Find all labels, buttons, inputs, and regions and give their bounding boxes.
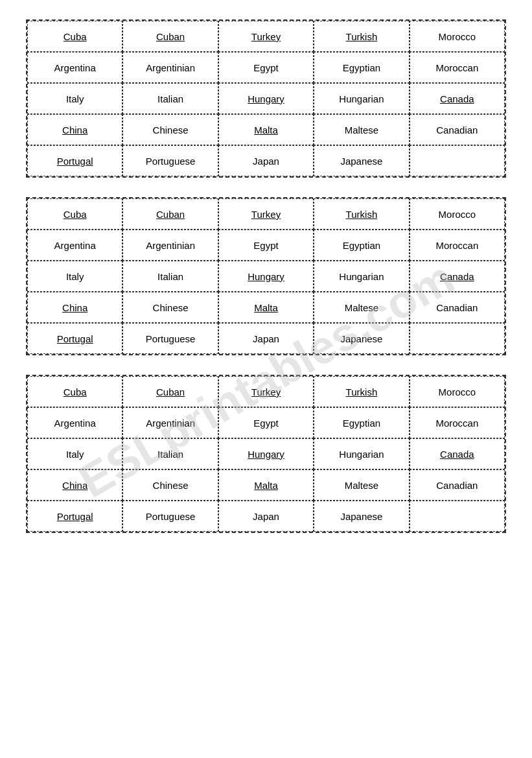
cell-text: Portugal [57, 156, 93, 167]
cell-text: Hungary [248, 271, 284, 282]
grid-cell: Canada [410, 261, 505, 292]
cell-text: Italian [157, 271, 183, 282]
grid-cell: Cuban [122, 198, 218, 230]
cell-text: Malta [254, 480, 278, 491]
cell-text: Cuba [64, 31, 87, 42]
cell-text: Japanese [340, 511, 382, 522]
grid-cell: Maltese [314, 114, 409, 145]
grid-cell: Canada [410, 83, 505, 114]
cell-text: Canada [440, 271, 474, 282]
grid-cell: Moroccan [410, 230, 505, 261]
cell-text: Turkish [346, 386, 378, 397]
cell-text: Portugal [57, 511, 93, 522]
grid-cell: China [27, 292, 122, 323]
grid-cell: Hungarian [314, 83, 409, 114]
cell-text: Italian [157, 93, 183, 104]
grid-cell: Italian [122, 261, 218, 292]
grid-cell: Turkey [218, 198, 314, 230]
cell-text: Canada [440, 449, 474, 460]
cell-text: Turkish [346, 31, 378, 42]
cell-text: Maltese [345, 480, 379, 491]
grid-cell: Malta [218, 469, 314, 501]
cell-text: Chinese [153, 480, 189, 491]
grid-cell: Japanese [314, 501, 409, 532]
cell-text: Italian [157, 449, 183, 460]
grid-row: ChinaChineseMaltaMalteseCanadian [27, 469, 505, 501]
grid-section-3: CubaCubanTurkeyTurkishMoroccoArgentinaAr… [26, 375, 506, 533]
cell-text: Cuba [64, 209, 87, 220]
cell-text: Japanese [340, 156, 382, 167]
cell-text: Argentinian [146, 418, 195, 429]
grid-cell: Italy [27, 83, 122, 114]
grid-cell [410, 145, 505, 176]
cell-text: Italy [66, 271, 84, 282]
cell-text: Argentina [54, 240, 96, 251]
grid-row: ItalyItalianHungaryHungarianCanada [27, 438, 505, 469]
grid-cell: Portugal [27, 145, 122, 176]
grid-cell: Turkey [218, 376, 314, 407]
grid-cell: Turkish [314, 21, 409, 52]
grid-cell: Cuban [122, 21, 218, 52]
cell-text: Turkey [251, 209, 281, 220]
grid-cell: Egyptian [314, 407, 409, 438]
cell-text: Chinese [153, 124, 189, 136]
grid-cell: Morocco [410, 21, 505, 52]
grid-cell: Chinese [122, 292, 218, 323]
cell-text: Maltese [345, 124, 379, 136]
grid-cell: Egypt [218, 52, 314, 83]
cell-text: Japan [253, 333, 279, 344]
grid-cell: Maltese [314, 469, 409, 501]
cell-text: Hungary [248, 93, 284, 104]
grid-cell: Egyptian [314, 52, 409, 83]
grid-cell: Canadian [410, 469, 505, 501]
grid-row: PortugalPortugueseJapanJapanese [27, 501, 505, 532]
grid-cell: Moroccan [410, 52, 505, 83]
grid-row: CubaCubanTurkeyTurkishMorocco [27, 198, 505, 230]
grid-cell: Portuguese [122, 145, 218, 176]
grid-cell [410, 323, 505, 354]
cell-text: Morocco [439, 386, 476, 397]
cell-text: Portuguese [146, 511, 196, 522]
grid-row: ItalyItalianHungaryHungarianCanada [27, 261, 505, 292]
grid-cell: Argentina [27, 230, 122, 261]
grid-cell: Egyptian [314, 230, 409, 261]
cell-text: Egypt [253, 418, 278, 429]
cell-text: Argentinian [146, 240, 195, 251]
grid-cell: Moroccan [410, 407, 505, 438]
grid-cell: Hungarian [314, 438, 409, 469]
cell-text: Moroccan [435, 62, 478, 73]
cell-text: Argentina [54, 418, 96, 429]
grid-cell: Japan [218, 145, 314, 176]
cell-text: China [62, 302, 87, 313]
grid-cell: Argentinian [122, 52, 218, 83]
cell-text: Egyptian [343, 62, 380, 73]
cell-text: Egypt [253, 62, 278, 73]
grid-cell: Argentina [27, 52, 122, 83]
cell-text: Hungary [248, 449, 284, 460]
grid-cell: Italian [122, 438, 218, 469]
grid-cell: Hungary [218, 83, 314, 114]
cell-text: Cuban [156, 31, 185, 42]
cell-text: Moroccan [435, 240, 478, 251]
cell-text: Japan [253, 156, 279, 167]
grid-cell: Canadian [410, 292, 505, 323]
cell-text: Malta [254, 302, 278, 313]
grid-cell: Argentina [27, 407, 122, 438]
grid-cell: Canadian [410, 114, 505, 145]
cell-text: China [62, 480, 87, 491]
cell-text: Cuba [64, 386, 87, 397]
grid-row: CubaCubanTurkeyTurkishMorocco [27, 376, 505, 407]
grid-row: ItalyItalianHungaryHungarianCanada [27, 83, 505, 114]
cell-text: Cuban [156, 209, 185, 220]
grid-cell: Italy [27, 261, 122, 292]
cell-text: Hungarian [339, 449, 384, 460]
grid-cell: China [27, 114, 122, 145]
grid-cell: Turkish [314, 198, 409, 230]
grid-cell: Cuban [122, 376, 218, 407]
grid-cell: Italy [27, 438, 122, 469]
grid-cell: Malta [218, 114, 314, 145]
cell-text: Canadian [436, 124, 478, 136]
grid-cell: Argentinian [122, 230, 218, 261]
cell-text: Turkey [251, 31, 281, 42]
grid-cell [410, 501, 505, 532]
